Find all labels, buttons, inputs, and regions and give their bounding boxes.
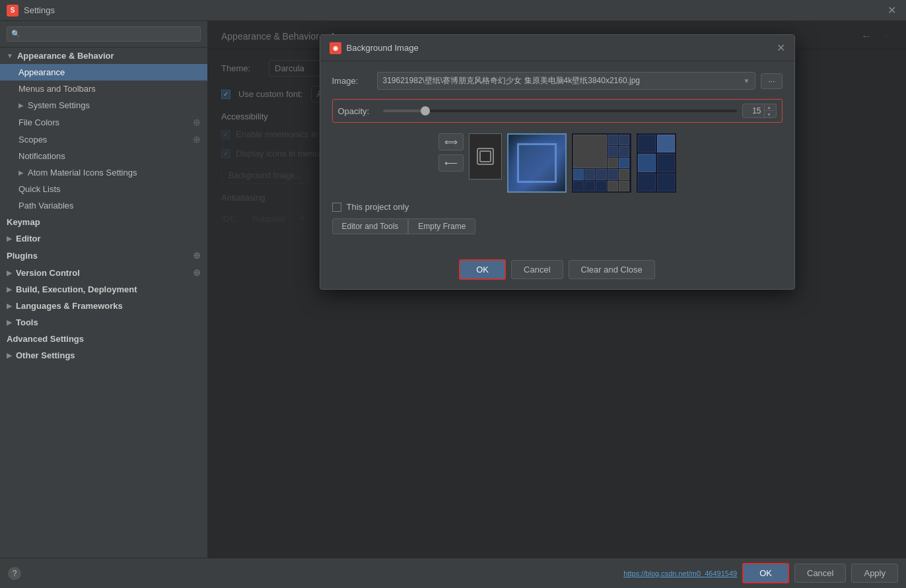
chevron-right-icon: ▶ — [7, 302, 12, 310]
sidebar-item-path-variables[interactable]: Path Variables — [0, 197, 207, 214]
chevron-right-icon: ▶ — [7, 286, 12, 293]
image-row: Image: 319621982\壁纸\赛博朋克风格奇幻少女 集原美电脑4k壁纸… — [332, 72, 783, 90]
preview-icon-simple — [469, 133, 502, 180]
chevron-right-icon: ▶ — [7, 269, 12, 277]
chevron-right-icon: ▶ — [7, 352, 12, 359]
empty-frame-tab[interactable]: Empty Frame — [408, 218, 475, 234]
dialog-icon: ◉ — [330, 42, 341, 54]
content-area: Appearance & Behavior › Appearance ← → T… — [208, 21, 906, 558]
move-vertical-button[interactable]: ⟵ — [438, 154, 464, 172]
sidebar-item-editor[interactable]: ▶ Editor — [0, 230, 207, 247]
sidebar-item-languages-frameworks[interactable]: ▶ Languages & Frameworks — [0, 298, 207, 314]
bottom-ok-button[interactable]: OK — [742, 563, 789, 583]
svg-rect-1 — [480, 151, 491, 162]
sidebar-item-version-control[interactable]: ▶ Version Control ⊕ — [0, 264, 207, 281]
opacity-slider[interactable] — [383, 104, 737, 117]
clear-close-button[interactable]: Clear and Close — [569, 260, 655, 279]
dialog-close-button[interactable]: ✕ — [777, 42, 785, 54]
add-icon: ⊕ — [193, 134, 201, 145]
tab-row: Editor and Tools Empty Frame — [332, 218, 783, 234]
editor-tools-tab[interactable]: Editor and Tools — [332, 218, 409, 234]
search-box: 🔍 — [0, 21, 207, 48]
chevron-down-icon: ▼ — [7, 52, 13, 59]
sidebar-item-system-settings[interactable]: ▶ System Settings — [0, 97, 207, 114]
spinner-down-button[interactable]: ▼ — [765, 111, 774, 117]
bottom-cancel-button[interactable]: Cancel — [794, 564, 846, 583]
app-icon: S — [7, 5, 18, 16]
sidebar-item-atom-material[interactable]: ▶ Atom Material Icons Settings — [0, 164, 207, 181]
sidebar-item-build-exec-deploy[interactable]: ▶ Build, Execution, Deployment — [0, 281, 207, 298]
chevron-right-icon: ▶ — [18, 102, 24, 109]
ok-button[interactable]: OK — [459, 259, 506, 280]
window-title: Settings — [24, 5, 55, 15]
slider-thumb[interactable] — [421, 106, 430, 115]
sidebar-item-tools[interactable]: ▶ Tools — [0, 314, 207, 331]
dialog-footer: OK Cancel Clear and Close — [320, 251, 794, 289]
status-link[interactable]: https://blog.csdn.net/m0_46491549 — [623, 570, 737, 577]
close-button[interactable]: ✕ — [885, 4, 898, 17]
help-button[interactable]: ? — [8, 567, 21, 580]
dialog-overlay: ◉ Background Image ✕ Image: 319621982\壁纸… — [208, 21, 906, 558]
dialog-title: Background Image — [347, 43, 419, 53]
sidebar-item-plugins[interactable]: Plugins ⊕ — [0, 247, 207, 264]
cancel-button[interactable]: Cancel — [511, 260, 563, 279]
sidebar-item-keymap[interactable]: Keymap — [0, 214, 207, 230]
preview-controls: ⟺ ⟵ — [438, 133, 464, 172]
search-icon: 🔍 — [11, 30, 20, 38]
bottom-apply-button[interactable]: Apply — [851, 564, 898, 583]
image-label: Image: — [332, 76, 372, 86]
slider-fill — [383, 110, 425, 112]
add-icon: ⊕ — [193, 267, 201, 278]
sidebar-item-appearance-behavior[interactable]: ▼ Appearance & Behavior — [0, 48, 207, 64]
chevron-down-icon: ▼ — [744, 77, 750, 84]
this-project-checkbox[interactable] — [332, 203, 341, 212]
sidebar-item-scopes[interactable]: Scopes ⊕ — [0, 131, 207, 148]
preview-grid — [572, 133, 631, 193]
spinner: ▲ ▼ — [764, 104, 774, 117]
opacity-row: Opacity: 15 ▲ ▼ — [332, 99, 783, 123]
opacity-label: Opacity: — [338, 106, 378, 116]
sidebar-item-other-settings[interactable]: ▶ Other Settings — [0, 347, 207, 364]
chevron-right-icon: ▶ — [18, 169, 24, 176]
opacity-value-input[interactable]: 15 — [743, 104, 764, 117]
dialog-header: ◉ Background Image ✕ — [320, 35, 794, 61]
sidebar-item-notifications[interactable]: Notifications — [0, 148, 207, 164]
sidebar-item-quick-lists[interactable]: Quick Lists — [0, 181, 207, 197]
sidebar-item-appearance[interactable]: Appearance — [0, 64, 207, 81]
search-input[interactable] — [23, 29, 196, 39]
sidebar-item-file-colors[interactable]: File Colors ⊕ — [0, 114, 207, 131]
bottom-right: https://blog.csdn.net/m0_46491549 OK Can… — [623, 563, 898, 583]
sidebar-item-advanced-settings[interactable]: Advanced Settings — [0, 331, 207, 347]
bottom-bar: ? https://blog.csdn.net/m0_46491549 OK C… — [0, 558, 906, 588]
image-path-dropdown[interactable]: 319621982\壁纸\赛博朋克风格奇幻少女 集原美电脑4k壁纸3840x21… — [377, 72, 756, 90]
this-project-label: This project only — [347, 202, 409, 212]
sidebar: 🔍 ▼ Appearance & Behavior Appearance Men… — [0, 21, 208, 558]
search-wrapper[interactable]: 🔍 — [7, 26, 201, 42]
bottom-left: ? — [8, 567, 21, 580]
title-bar: S Settings ✕ — [0, 0, 906, 21]
dialog-body: Image: 319621982\壁纸\赛博朋克风格奇幻少女 集原美电脑4k壁纸… — [320, 61, 794, 251]
spinner-up-button[interactable]: ▲ — [765, 104, 774, 111]
browse-button[interactable]: ··· — [761, 73, 782, 89]
preview-area: ⟺ ⟵ — [332, 133, 783, 193]
chevron-right-icon: ▶ — [7, 319, 12, 326]
chevron-right-icon: ▶ — [7, 235, 12, 242]
preview-thumb-selected[interactable] — [507, 133, 567, 193]
this-project-row: This project only — [332, 202, 783, 212]
move-horizontal-button[interactable]: ⟺ — [438, 133, 464, 150]
opacity-value-box: 15 ▲ ▼ — [742, 104, 777, 118]
sidebar-item-menus-toolbars[interactable]: Menus and Toolbars — [0, 81, 207, 97]
background-image-dialog: ◉ Background Image ✕ Image: 319621982\壁纸… — [320, 34, 795, 290]
slider-track — [383, 110, 737, 112]
preview-dark-blocks — [637, 133, 676, 193]
main-layout: 🔍 ▼ Appearance & Behavior Appearance Men… — [0, 21, 906, 558]
add-icon: ⊕ — [193, 250, 201, 261]
add-icon: ⊕ — [193, 117, 201, 127]
